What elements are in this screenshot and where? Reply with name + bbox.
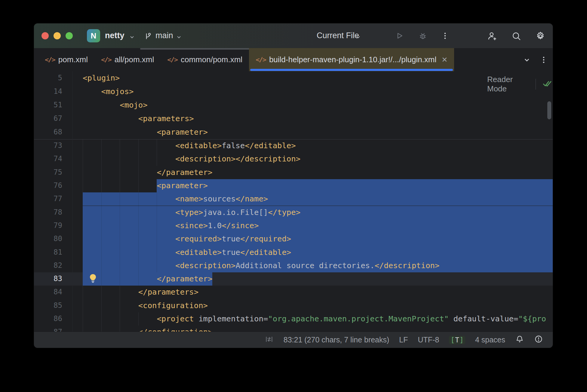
code-line[interactable]: 84</parameters> <box>34 286 553 299</box>
code-line[interactable]: 79<since>1.0</since> <box>34 219 553 232</box>
line-separator-widget[interactable]: LF <box>399 335 408 344</box>
ide-window: N netty main Current File <box>34 23 553 348</box>
code-line[interactable]: 75</parameter> <box>34 166 553 179</box>
code-line[interactable]: 83</parameter> <box>34 272 553 286</box>
caret-position-widget[interactable]: 83:21 (270 chars, 7 line breaks) <box>284 335 389 344</box>
chevron-down-icon[interactable] <box>128 33 136 41</box>
indent-guide <box>120 259 120 272</box>
code-line[interactable]: 67<parameters> <box>34 112 553 126</box>
indent-guide <box>138 219 139 232</box>
line-number: 76 <box>34 181 62 190</box>
run-button[interactable] <box>395 31 404 40</box>
code-line[interactable]: 78<type>java.io.File[]</type> <box>34 206 553 219</box>
editor-pane[interactable]: 5<plugin>14<mojos>51<mojo>67<parameters>… <box>34 71 553 332</box>
line-number: 78 <box>34 208 62 216</box>
code-line[interactable]: 87</configuration> <box>34 326 553 332</box>
hidden-tabs-chevron-icon[interactable] <box>522 55 531 64</box>
macos-minimize-button[interactable] <box>54 32 61 39</box>
indent-guide <box>157 206 157 219</box>
divider <box>536 79 536 90</box>
code-line[interactable]: 85<configuration> <box>34 299 553 312</box>
line-number: 14 <box>34 87 62 96</box>
debug-button[interactable] <box>418 31 427 40</box>
project-icon[interactable]: N <box>87 29 100 42</box>
code-token: </parameters> <box>138 287 198 296</box>
more-actions-kebab-icon[interactable] <box>441 31 450 40</box>
code-with-me-add-user-icon[interactable] <box>487 31 498 41</box>
intention-bulb-icon[interactable] <box>88 273 97 285</box>
indent-guide <box>120 166 120 179</box>
selection-highlight <box>83 219 553 232</box>
code-text: </configuration> <box>138 327 213 332</box>
tab-label: common/pom.xml <box>181 55 242 64</box>
indent-widget[interactable]: 4 spaces <box>475 335 505 344</box>
macos-zoom-button[interactable] <box>66 32 73 39</box>
translation-widget[interactable]: [T] <box>449 336 465 344</box>
code-text: <parameters> <box>138 114 194 123</box>
line-number: 82 <box>34 261 62 270</box>
code-token: <project <box>157 314 194 323</box>
settings-gear-icon[interactable] <box>535 31 546 41</box>
reader-mode-widget[interactable]: Reader Mode <box>487 75 553 93</box>
indent-guide <box>120 206 120 219</box>
code-line[interactable]: 74<description></description> <box>34 152 553 166</box>
indent-guide <box>101 206 102 219</box>
indent-guide <box>83 312 83 326</box>
code-line[interactable]: 14<mojos> <box>34 85 553 98</box>
code-line[interactable]: 5<plugin> <box>34 71 553 85</box>
inspections-ok-check-icon[interactable] <box>542 78 553 90</box>
soft-wrap-icon[interactable] <box>265 335 274 345</box>
code-token: true <box>222 234 240 243</box>
line-number: 83 <box>34 275 62 283</box>
editor-tab[interactable]: </>build-helper-maven-plugin-1.10.jar!/.… <box>249 48 454 71</box>
code-text: <required>true</required> <box>175 234 291 243</box>
code-line[interactable]: 68<parameter> <box>34 126 553 139</box>
code-line[interactable]: 81<editable>true</editable> <box>34 246 553 259</box>
selection-highlight <box>83 246 553 259</box>
code-token: </since> <box>222 221 259 230</box>
code-text: <type>java.io.File[]</type> <box>175 207 300 216</box>
code-token: </name> <box>235 194 268 203</box>
indent-guide <box>120 312 120 326</box>
code-token: </type> <box>268 207 300 216</box>
indent-guide <box>138 246 139 259</box>
code-line[interactable]: 51<mojo> <box>34 98 553 112</box>
indent-guide <box>138 139 139 152</box>
code-line[interactable]: 80<required>true</required> <box>34 232 553 246</box>
code-token: <required> <box>175 234 222 243</box>
error-analysis-icon[interactable] <box>534 335 543 345</box>
indent-guide <box>157 259 157 272</box>
code-line[interactable]: 77<name>sources</name> <box>34 192 553 206</box>
code-text: <editable>true</editable> <box>175 247 291 256</box>
indent-guide <box>120 286 120 299</box>
code-line[interactable]: 86<project implementation="org.apache.ma… <box>34 312 553 326</box>
editor-tab[interactable]: </>common/pom.xml <box>161 48 249 71</box>
code-line[interactable]: 82<description>Additional source directo… <box>34 259 553 272</box>
indent-guide <box>138 192 139 206</box>
code-line[interactable]: 73<editable>false</editable> <box>34 139 553 152</box>
tab-options-kebab-icon[interactable] <box>539 55 548 64</box>
chevron-down-icon[interactable] <box>175 33 183 41</box>
branch-widget[interactable]: main <box>155 31 173 40</box>
indent-guide <box>120 326 120 332</box>
editor-tab[interactable]: </>pom.xml <box>38 48 94 71</box>
editor-tab[interactable]: </>all/pom.xml <box>94 48 161 71</box>
macos-close-button[interactable] <box>41 32 49 39</box>
notifications-bell-icon[interactable] <box>515 335 524 345</box>
code-token: sources <box>203 194 236 203</box>
code-token: <editable> <box>175 247 222 256</box>
selection-highlight <box>83 206 553 219</box>
code-line[interactable]: 76<parameter> <box>34 179 553 192</box>
code-token: "org.apache.maven.project.MavenProject" <box>268 314 449 323</box>
code-token: <name> <box>175 194 203 203</box>
run-configuration-selector[interactable]: Current File <box>317 31 359 40</box>
chevron-down-icon[interactable] <box>355 33 362 41</box>
editor-scrollbar-thumb[interactable] <box>547 101 551 119</box>
close-tab-icon[interactable]: ✕ <box>441 56 447 64</box>
project-widget[interactable]: netty <box>105 31 124 40</box>
indent-guide <box>101 152 102 166</box>
git-branch-icon <box>143 32 152 41</box>
encoding-widget[interactable]: UTF-8 <box>418 335 439 344</box>
search-everywhere-icon[interactable] <box>511 31 522 41</box>
desktop: N netty main Current File <box>0 0 587 392</box>
